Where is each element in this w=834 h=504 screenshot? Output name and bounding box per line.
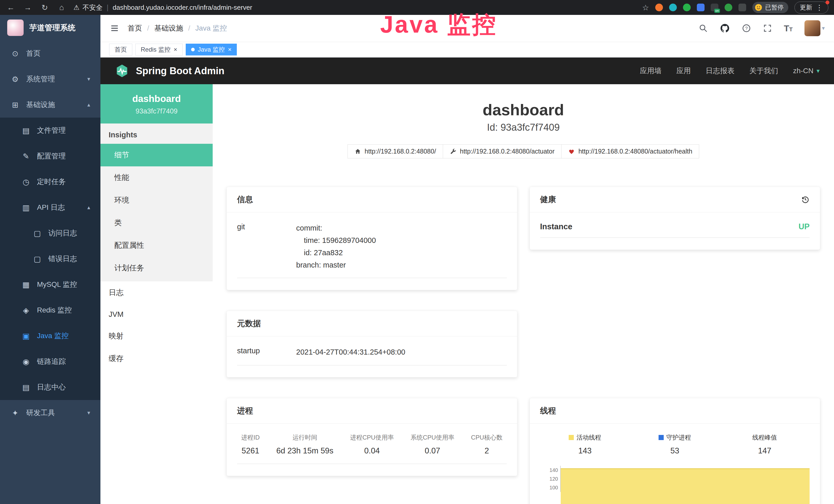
sidebar-item-label: 访问日志	[48, 228, 77, 238]
git-branch-line: branch: master	[296, 259, 376, 271]
cell-value: 2	[471, 446, 503, 456]
forward-icon[interactable]: →	[23, 3, 33, 12]
extension-icon-5[interactable]: on	[711, 4, 719, 11]
sidebar-item-mysql-monitor[interactable]: ▦ MySQL 监控	[0, 272, 101, 297]
sba-item-jvm[interactable]: JVM	[101, 304, 213, 325]
help-icon[interactable]: ?	[742, 24, 751, 33]
sba-item-environment[interactable]: 环境	[101, 189, 213, 211]
bookmark-star-icon[interactable]: ☆	[642, 3, 649, 12]
sba-nav-applications[interactable]: 应用	[677, 66, 691, 76]
search-icon[interactable]	[699, 24, 708, 33]
sidebar-item-system[interactable]: ⚙ 系统管理 ▾	[0, 66, 101, 92]
tab-label: 首页	[114, 45, 127, 54]
user-avatar[interactable]: ▾	[805, 20, 825, 36]
sidebar-item-access-logs[interactable]: ▢ 访问日志	[0, 220, 101, 246]
sba-instance-header[interactable]: dashboard 93a3fc7f7409	[101, 84, 213, 123]
sidebar-item-redis-monitor[interactable]: ◈ Redis 监控	[0, 297, 101, 323]
sidebar-item-error-logs[interactable]: ▢ 错误日志	[0, 246, 101, 272]
sba-nav-journal[interactable]: 日志报表	[706, 66, 734, 76]
breadcrumb-infra[interactable]: 基础设施	[154, 23, 183, 33]
sidebar-logo-row[interactable]: 芋道管理系统	[0, 15, 101, 41]
sidebar-item-infra[interactable]: ⊞ 基础设施 ▴	[0, 92, 101, 118]
sidebar-item-java-monitor[interactable]: ▣ Java 监控	[0, 323, 101, 349]
legend-label: 守护进程	[666, 433, 691, 442]
sidebar-item-dev-tools[interactable]: ✦ 研发工具 ▾	[0, 400, 101, 426]
sba-item-details[interactable]: 细节	[101, 144, 213, 166]
metadata-card-header: 元数据	[227, 311, 517, 336]
extension-icon-4[interactable]	[697, 4, 705, 11]
process-card-header: 进程	[227, 398, 517, 423]
git-commit-line: commit:	[296, 222, 376, 234]
profile-paused-badge[interactable]: 已暂停	[752, 2, 788, 13]
sba-nav-wallboard[interactable]: 应用墙	[640, 66, 662, 76]
home-icon	[354, 148, 361, 155]
security-indicator[interactable]: ⚠ 不安全 | dashboard.yudao.iocoder.cn/infra…	[73, 3, 252, 12]
info-key: git	[237, 222, 296, 271]
y-tick: 140	[540, 466, 561, 475]
infrastructure-icon: ⊞	[10, 100, 20, 109]
sidebar-item-file-manage[interactable]: ▤ 文件管理	[0, 118, 101, 143]
tab-redis-monitor[interactable]: Redis 监控 ×	[135, 44, 183, 55]
gear-icon: ⚙	[10, 75, 20, 84]
service-url-link[interactable]: http://192.168.0.2:48080/	[348, 144, 443, 158]
sidebar-item-label: 错误日志	[48, 254, 77, 264]
font-size-icon[interactable]: TT	[784, 23, 793, 33]
font-size-small: T	[789, 26, 793, 32]
monitor-icon: ▣	[21, 331, 31, 340]
chevron-up-icon: ▴	[87, 204, 90, 211]
puzzle-extension-icon[interactable]	[739, 4, 746, 11]
sidebar-item-cron-jobs[interactable]: ◷ 定时任务	[0, 169, 101, 194]
tab-java-monitor[interactable]: Java 监控 ×	[186, 44, 237, 55]
sba-locale-select[interactable]: zh-CN ▾	[793, 67, 820, 75]
extension-icon-6[interactable]	[725, 4, 732, 11]
extension-icon-3[interactable]	[683, 4, 691, 11]
sba-item-logs[interactable]: 日志	[101, 281, 213, 304]
sba-insights-section: Insights 细节 性能 环境 类 配置属性 计划任务	[101, 123, 213, 281]
sba-item-mappings[interactable]: 映射	[101, 325, 213, 347]
infra-submenu: ▤ 文件管理 ✎ 配置管理 ◷ 定时任务 ▥ API 日志 ▴	[0, 118, 101, 400]
fullscreen-icon[interactable]	[763, 24, 772, 33]
sba-nav-about[interactable]: 关于我们	[749, 66, 778, 76]
extension-icon-2[interactable]	[669, 4, 677, 11]
sidebar-item-label: Redis 监控	[37, 305, 72, 315]
home-icon[interactable]: ⌂	[57, 3, 67, 12]
close-icon[interactable]: ×	[174, 46, 177, 53]
chart-plot-area	[561, 466, 810, 504]
github-icon[interactable]	[720, 23, 730, 33]
sba-item-classes[interactable]: 类	[101, 211, 213, 234]
sidebar-item-api-logs[interactable]: ▥ API 日志 ▴	[0, 194, 101, 220]
breadcrumb-separator: /	[147, 24, 149, 32]
extension-icon-1[interactable]	[655, 4, 663, 11]
sba-brand[interactable]: Spring Boot Admin	[115, 64, 224, 78]
history-icon[interactable]	[801, 195, 810, 204]
back-icon[interactable]: ←	[6, 3, 16, 12]
clock-icon: ◷	[21, 177, 31, 186]
sba-body: dashboard 93a3fc7f7409 Insights 细节 性能 环境…	[101, 84, 834, 504]
actuator-url-link[interactable]: http://192.168.0.2:48080/actuator	[443, 144, 562, 158]
sidebar-item-tracing[interactable]: ◉ 链路追踪	[0, 349, 101, 374]
close-icon[interactable]: ×	[228, 46, 232, 53]
browser-menu-icon[interactable]: ⋮	[816, 3, 823, 12]
breadcrumb-home[interactable]: 首页	[128, 23, 142, 33]
address-bar[interactable]: dashboard.yudao.iocoder.cn/infra/admin-s…	[113, 4, 252, 12]
sba-item-scheduled-tasks[interactable]: 计划任务	[101, 257, 213, 279]
cell-value: 0.07	[411, 446, 454, 456]
health-url-link[interactable]: http://192.168.0.2:48080/actuator/health	[561, 144, 699, 158]
browser-update-button[interactable]: 更新 ⋮	[794, 2, 828, 14]
tab-home[interactable]: 首页	[109, 44, 132, 55]
sidebar-item-log-center[interactable]: ▤ 日志中心	[0, 374, 101, 400]
sidebar-item-config-manage[interactable]: ✎ 配置管理	[0, 143, 101, 169]
chart-legend: 活动线程 143 守护进程	[540, 433, 810, 456]
sidebar-item-home[interactable]: ⊙ 首页	[0, 41, 101, 66]
process-uptime: 运行时间 6d 23h 15m 59s	[277, 433, 333, 456]
link-label: http://192.168.0.2:48080/actuator	[460, 147, 554, 155]
table-row: startup 2021-04-27T00:44:31.254+08:00	[237, 346, 507, 365]
hamburger-icon[interactable]	[110, 23, 119, 33]
sba-item-caches[interactable]: 缓存	[101, 347, 213, 370]
reload-icon[interactable]: ↻	[40, 3, 50, 12]
info-card-body: git commit: time: 1596289704000 id: 27aa…	[227, 212, 517, 290]
sba-item-metrics[interactable]: 性能	[101, 166, 213, 189]
sba-item-config-props[interactable]: 配置属性	[101, 234, 213, 257]
instance-links: http://192.168.0.2:48080/ http://192.168…	[226, 144, 820, 158]
system-cpu: 系统CPU使用率 0.07	[411, 433, 454, 456]
